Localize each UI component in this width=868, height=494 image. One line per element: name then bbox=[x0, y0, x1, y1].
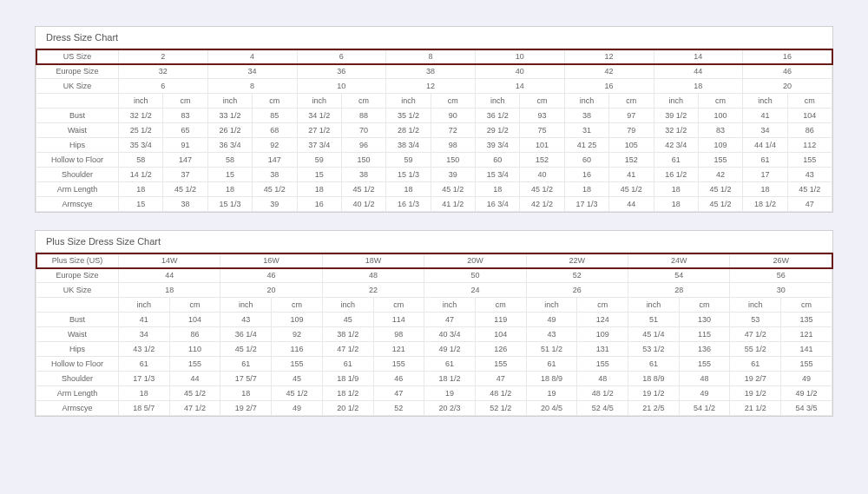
table-row: Europe Size3234363840424446 bbox=[36, 64, 832, 79]
data-cell: 39 bbox=[253, 197, 297, 212]
data-cell: 155 bbox=[781, 357, 832, 372]
plus-size-dress-chart: Plus Size Dress Size Chart Plus Size (US… bbox=[35, 230, 833, 417]
data-cell: 15 1/3 bbox=[386, 168, 431, 182]
size-cell: 40 bbox=[476, 64, 565, 79]
data-cell: 29 1/2 bbox=[476, 123, 520, 138]
chart-title: Dress Size Chart bbox=[36, 27, 832, 49]
data-cell: 65 bbox=[163, 123, 207, 138]
row-label: UK Size bbox=[36, 79, 119, 94]
data-cell: 38 bbox=[163, 197, 207, 212]
data-cell: 20 1/2 bbox=[322, 401, 373, 416]
data-cell: 75 bbox=[520, 123, 564, 138]
table-row: Hollow to Floor6115561155611556115561155… bbox=[36, 357, 832, 372]
data-cell: 61 bbox=[526, 357, 577, 372]
size-table: Plus Size (US)14W16W18W20W22W24W26WEurop… bbox=[36, 253, 832, 416]
data-cell: 18 bbox=[119, 386, 170, 401]
data-cell: 26 1/2 bbox=[207, 123, 252, 138]
data-cell: 16 1/2 bbox=[654, 168, 698, 182]
row-label: Bust bbox=[36, 313, 119, 327]
data-cell: 96 bbox=[341, 138, 385, 153]
data-cell: 155 bbox=[169, 357, 220, 372]
unit-cell: inch bbox=[297, 94, 341, 109]
data-cell: 17 1/3 bbox=[119, 372, 170, 386]
data-cell: 101 bbox=[520, 138, 564, 153]
row-label: Bust bbox=[36, 109, 119, 123]
data-cell: 18 bbox=[743, 182, 787, 197]
data-cell: 17 bbox=[743, 168, 787, 182]
table-row: Hips43 1/211045 1/211647 1/212149 1/2126… bbox=[36, 342, 832, 357]
size-cell: 56 bbox=[730, 268, 832, 283]
table-row: Europe Size44464850525456 bbox=[36, 268, 832, 283]
size-cell: 26W bbox=[730, 254, 832, 268]
unit-cell: inch bbox=[564, 94, 608, 109]
data-cell: 19 1/2 bbox=[628, 386, 680, 401]
data-cell: 155 bbox=[373, 357, 424, 372]
data-cell: 109 bbox=[698, 138, 742, 153]
data-cell: 147 bbox=[253, 153, 297, 168]
unit-cell: cm bbox=[341, 94, 385, 109]
data-cell: 19 bbox=[424, 386, 476, 401]
row-label: Waist bbox=[36, 123, 119, 138]
data-cell: 45 bbox=[322, 313, 373, 327]
unit-cell: inch bbox=[654, 94, 698, 109]
size-cell: 18 bbox=[654, 79, 743, 94]
data-cell: 49 bbox=[781, 372, 832, 386]
data-cell: 19 1/2 bbox=[730, 386, 781, 401]
data-cell: 42 1/2 bbox=[520, 197, 564, 212]
row-label: Hollow to Floor bbox=[36, 357, 119, 372]
data-cell: 42 3/4 bbox=[654, 138, 698, 153]
unit-row: inchcminchcminchcminchcminchcminchcminch… bbox=[36, 94, 832, 109]
table-row: Waist348636 1/49238 1/29840 3/4104431094… bbox=[36, 327, 832, 342]
data-cell: 51 bbox=[628, 313, 680, 327]
data-cell: 49 bbox=[526, 313, 577, 327]
data-cell: 41 bbox=[119, 313, 170, 327]
data-cell: 27 1/2 bbox=[297, 123, 341, 138]
table-row: Waist25 1/26526 1/26827 1/27028 1/27229 … bbox=[36, 123, 832, 138]
unit-cell: cm bbox=[520, 94, 564, 109]
data-cell: 44 bbox=[609, 197, 654, 212]
unit-cell: inch bbox=[526, 298, 577, 313]
size-cell: 38 bbox=[386, 64, 476, 79]
table-row: Hollow to Floor5814758147591505915060152… bbox=[36, 153, 832, 168]
data-cell: 19 bbox=[526, 386, 577, 401]
data-cell: 150 bbox=[341, 153, 385, 168]
data-cell: 28 1/2 bbox=[386, 123, 431, 138]
data-cell: 36 1/2 bbox=[476, 109, 520, 123]
unit-cell: cm bbox=[787, 94, 832, 109]
data-cell: 38 3/4 bbox=[386, 138, 431, 153]
unit-cell: cm bbox=[679, 298, 730, 313]
unit-cell: inch bbox=[743, 94, 787, 109]
data-cell: 61 bbox=[424, 357, 476, 372]
primary-size-row: US Size246810121416 bbox=[36, 49, 832, 64]
size-cell: 16 bbox=[564, 79, 654, 94]
data-cell: 47 bbox=[424, 313, 476, 327]
data-cell: 86 bbox=[169, 327, 220, 342]
data-cell: 32 1/2 bbox=[654, 123, 698, 138]
row-label: Waist bbox=[36, 327, 119, 342]
size-cell: 18W bbox=[322, 254, 424, 268]
row-label: Hollow to Floor bbox=[36, 153, 119, 168]
data-cell: 17 5/7 bbox=[220, 372, 272, 386]
data-cell: 43 bbox=[220, 313, 272, 327]
data-cell: 34 bbox=[119, 327, 170, 342]
data-cell: 35 1/2 bbox=[386, 109, 431, 123]
data-cell: 52 4/5 bbox=[577, 401, 628, 416]
data-cell: 18 1/2 bbox=[322, 386, 373, 401]
data-cell: 104 bbox=[787, 109, 832, 123]
data-cell: 109 bbox=[272, 313, 323, 327]
data-cell: 104 bbox=[169, 313, 220, 327]
data-cell: 150 bbox=[431, 153, 475, 168]
data-cell: 33 1/2 bbox=[207, 109, 252, 123]
size-cell: 44 bbox=[119, 268, 220, 283]
unit-cell: inch bbox=[386, 94, 431, 109]
data-cell: 91 bbox=[163, 138, 207, 153]
data-cell: 61 bbox=[730, 357, 781, 372]
data-cell: 109 bbox=[577, 327, 628, 342]
row-label: Arm Length bbox=[36, 386, 119, 401]
dress-size-chart: Dress Size Chart US Size246810121416Euro… bbox=[35, 26, 833, 213]
size-cell: 6 bbox=[297, 49, 386, 64]
primary-size-row: Plus Size (US)14W16W18W20W22W24W26W bbox=[36, 254, 832, 268]
data-cell: 44 1/4 bbox=[743, 138, 787, 153]
size-cell: 16 bbox=[743, 49, 832, 64]
data-cell: 36 3/4 bbox=[207, 138, 252, 153]
